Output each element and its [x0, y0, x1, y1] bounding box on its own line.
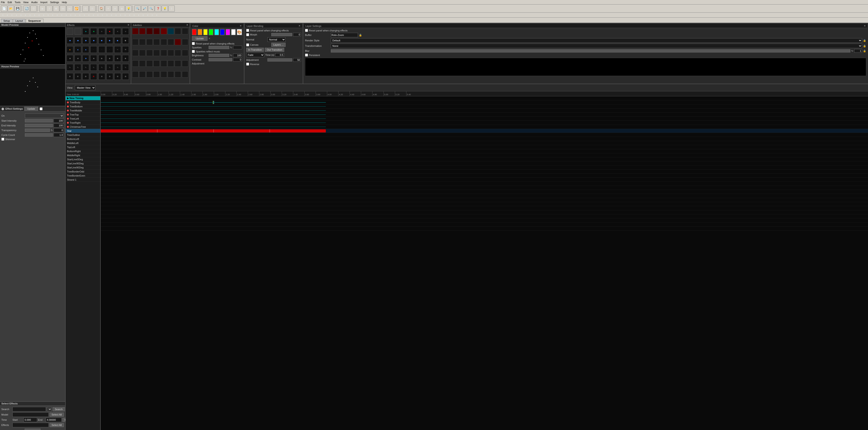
sparkles-slider[interactable] [209, 46, 229, 49]
zoom-in-btn[interactable]: 🔍 [134, 5, 141, 12]
track-treebody[interactable]: TreeBody [66, 100, 100, 104]
jukebox-cell-18[interactable] [139, 50, 146, 56]
track-treebordereven[interactable]: TreeBorderEven [66, 174, 100, 178]
play-btn[interactable]: ▶ [39, 5, 46, 12]
transparency-input[interactable] [54, 128, 64, 132]
effect-cell-11[interactable]: ◆ [82, 37, 89, 44]
effect-cell-4[interactable]: ■ [90, 28, 97, 35]
track-new-timing[interactable]: ▶ New Timing [66, 96, 100, 100]
effect-cell-6[interactable]: ■ [106, 28, 113, 35]
menu-import[interactable]: Import [40, 1, 47, 4]
tab-setup[interactable]: Setup [1, 19, 12, 23]
effects-btn[interactable]: ✦ [105, 5, 111, 12]
jukebox-cell-22[interactable] [168, 50, 174, 56]
help-btn[interactable]: ❓ [155, 5, 161, 12]
effect-cell-3[interactable]: ■ [82, 28, 89, 35]
track-christmastree[interactable]: ChristmasTree [66, 125, 100, 129]
time-end-input[interactable] [46, 418, 62, 422]
tool-4[interactable]: ■ [14, 13, 19, 17]
tool-29[interactable]: ■ [128, 13, 132, 17]
track-treetop[interactable]: TreeTop [66, 112, 100, 117]
tool-15[interactable]: ■ [64, 13, 68, 17]
jukebox-cell-9[interactable] [132, 39, 138, 45]
effect-cell-23[interactable]: ≈ [114, 46, 121, 53]
jukebox-cell-21[interactable] [161, 50, 167, 56]
jukebox-cell-31[interactable] [175, 60, 181, 67]
effect-cell-48[interactable]: ⊕ [122, 73, 129, 80]
track-topleft[interactable]: TopLeft [66, 145, 100, 149]
settings-btn[interactable]: ⚙ [82, 5, 89, 12]
view-select[interactable]: Master View [75, 85, 95, 90]
lb-reverse-checkbox[interactable] [246, 63, 249, 66]
tool-20[interactable]: ■ [87, 13, 91, 17]
shimmer-checkbox[interactable] [1, 138, 4, 141]
swatch-green[interactable] [209, 29, 213, 35]
jukebox-cell-36[interactable] [153, 71, 160, 77]
swatch-yellow[interactable] [203, 29, 208, 35]
tool-5[interactable]: ■ [19, 13, 23, 17]
ls-render-style-select[interactable]: Default [331, 38, 862, 43]
track-starline90b[interactable]: StarLine90Deg [66, 165, 100, 170]
search-seq-btn[interactable]: 🔍 [148, 5, 154, 12]
jukebox-cell-26[interactable] [139, 60, 146, 67]
effect-cell-45[interactable]: ⊕ [98, 73, 105, 80]
track-star[interactable]: Star [66, 129, 100, 133]
effect-cell-26[interactable]: ◈ [74, 55, 81, 62]
new-btn[interactable]: 📄 [1, 5, 7, 12]
tool-23[interactable]: ■ [100, 13, 104, 17]
color-picker-btn[interactable]: 🎨 [237, 29, 242, 35]
jukebox-cell-33[interactable] [132, 71, 138, 77]
ls-persistent-checkbox[interactable] [305, 54, 308, 57]
effect-cell-38[interactable]: ∿ [106, 64, 113, 71]
sparkles-refresh[interactable]: ↻ [230, 46, 232, 49]
jukebox-cell-17[interactable] [132, 50, 138, 56]
loop-btn[interactable]: 🔁 [73, 5, 80, 12]
color-close-icon[interactable]: ✕ [240, 25, 242, 27]
effect-cell-16[interactable]: ◆ [122, 37, 129, 44]
jukebox-close-icon[interactable]: ✕ [186, 24, 188, 27]
jukebox-cell-30[interactable] [168, 60, 174, 67]
track-treeborderodd[interactable]: TreeBorderOdd [66, 170, 100, 174]
effect-cell-32[interactable]: ◈ [122, 55, 129, 62]
effect-cell-46[interactable]: ⊕ [106, 73, 113, 80]
tool-9[interactable]: ■ [37, 13, 41, 17]
sparkles-input[interactable] [233, 46, 242, 49]
track-strand1[interactable]: Strand 1 [66, 178, 100, 182]
ls-transformation-select[interactable]: None [331, 44, 862, 48]
swatch-white[interactable] [231, 29, 236, 35]
tool-34[interactable]: ■ [150, 13, 154, 17]
tool-6[interactable]: ■ [24, 13, 28, 17]
transparency-refresh[interactable]: ↻ [51, 129, 53, 132]
menu-settings[interactable]: Settings [50, 1, 59, 4]
lb-adjustment-val[interactable] [293, 58, 301, 62]
effect-cell-29[interactable]: ◈ [98, 55, 105, 62]
lb-canvas-checkbox[interactable] [246, 43, 249, 46]
transparency-slider[interactable] [25, 129, 50, 132]
jukebox-cell-39[interactable] [175, 71, 181, 77]
effect-cell-42[interactable]: ⊕ [74, 73, 81, 80]
jukebox-cell-37[interactable] [161, 71, 167, 77]
ls-blur-val[interactable] [854, 49, 862, 53]
jukebox-cell-16[interactable] [182, 39, 188, 45]
jukebox-cell-2[interactable] [139, 28, 146, 34]
color-reset-checkbox[interactable] [192, 42, 195, 45]
track-starline0[interactable]: StartLine0Deg [66, 157, 100, 161]
lb-layers-btn[interactable]: Layers ... [271, 43, 285, 47]
waveform-btn[interactable]: ≋ [89, 5, 95, 12]
save-btn[interactable]: 💾 [14, 5, 21, 12]
jukebox-cell-6[interactable] [168, 28, 174, 34]
tool-30[interactable]: ■ [132, 13, 136, 17]
effects-close-icon[interactable]: ✕ [127, 24, 129, 27]
track-treebottom[interactable]: TreeBottom [66, 104, 100, 108]
effect-cell-7[interactable]: ■ [114, 28, 121, 35]
effect-cell-43[interactable]: ⊕ [82, 73, 89, 80]
ls-blur-slider[interactable] [331, 49, 850, 53]
tool-24[interactable]: ■ [105, 13, 109, 17]
effect-cell-41[interactable]: ⊕ [66, 73, 73, 80]
lb-out-transition-btn[interactable]: Out Transition [265, 48, 284, 52]
tool-18[interactable]: ■ [78, 13, 82, 17]
jukebox-cell-32[interactable] [182, 60, 188, 67]
effect-cell-47[interactable]: ⊕ [114, 73, 121, 80]
effect-cell-19[interactable]: ▲ [82, 46, 89, 53]
track-treeleft[interactable]: TreeLeft [66, 117, 100, 121]
